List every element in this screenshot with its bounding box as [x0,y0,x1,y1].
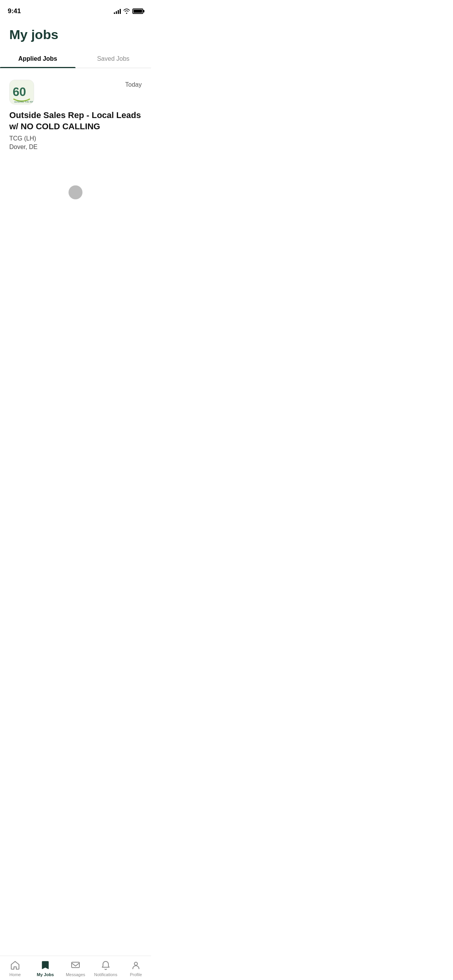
company-logo-image: 60 LEADING THE WAY [10,80,34,105]
job-card[interactable]: 60 LEADING THE WAY Today Outside Sales R… [9,76,142,154]
svg-text:LEADING THE WAY: LEADING THE WAY [14,101,34,103]
loading-indicator [69,185,82,199]
status-time: 9:41 [8,7,21,15]
company-logo: 60 LEADING THE WAY [9,80,34,105]
job-location: Dover, DE [9,144,142,151]
tabs: Applied Jobs Saved Jobs [0,50,151,68]
tab-saved-jobs[interactable]: Saved Jobs [76,50,151,68]
svg-text:60: 60 [13,85,26,99]
status-bar: 9:41 [0,0,151,19]
tab-applied-jobs[interactable]: Applied Jobs [0,50,76,68]
status-icons [114,9,143,14]
job-date: Today [125,80,142,88]
job-card-header: 60 LEADING THE WAY Today [9,80,142,105]
job-company: TCG (LH) [9,135,142,142]
wifi-icon [123,9,130,14]
page-title: My jobs [0,19,151,46]
battery-icon [132,9,143,14]
signal-icon [114,9,121,14]
job-title: Outside Sales Rep - Local Leads w/ NO CO… [9,110,142,132]
job-list: 60 LEADING THE WAY Today Outside Sales R… [0,68,151,162]
